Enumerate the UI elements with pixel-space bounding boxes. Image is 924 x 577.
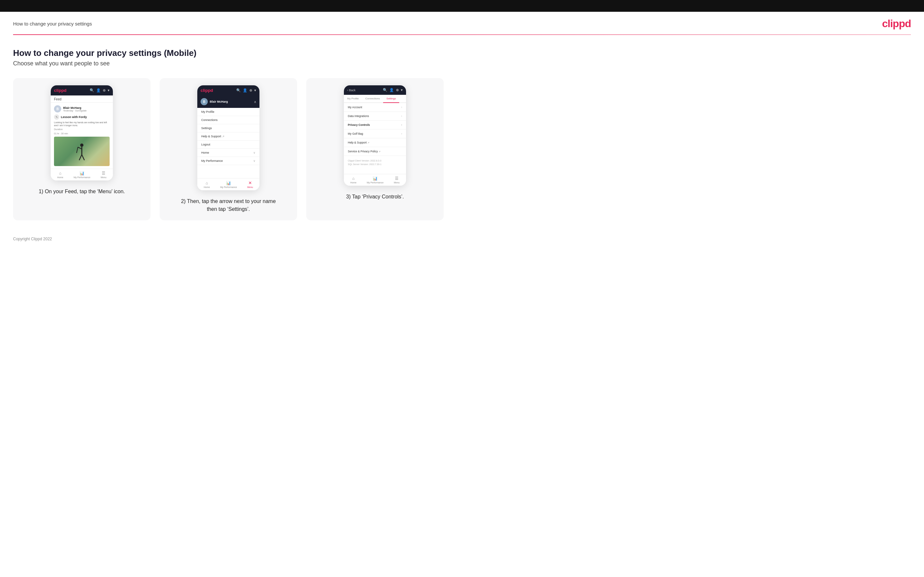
main-content: How to change your privacy settings (Mob… xyxy=(0,35,924,230)
page-subtitle: Choose what you want people to see xyxy=(13,60,911,67)
settings-item-serviceprivacy[interactable]: Service & Privacy Policy ↗ xyxy=(344,147,406,156)
phone-navbar: clippd 🔍 👤 ⊕ ▾ xyxy=(51,85,113,95)
page-title: How to change your privacy settings (Mob… xyxy=(13,48,911,58)
bottom-home-2: ⌂ Home xyxy=(204,181,210,188)
lesson-icon: ✎ xyxy=(54,114,59,120)
svg-line-3 xyxy=(77,147,78,153)
performance-label-3: My Performance xyxy=(367,181,383,184)
chevron-icon-2: ▾ xyxy=(254,88,256,92)
menu-item-myprofile: My Profile xyxy=(197,108,260,116)
step-3-phone: ‹ Back 🔍 👤 ⊕ ▾ My Profile Connections Se… xyxy=(344,85,406,186)
menu-item-settings: Settings xyxy=(197,124,260,132)
step-2-text: 2) Then, tap the arrow next to your name… xyxy=(176,197,281,213)
phone-back-bar: ‹ Back 🔍 👤 ⊕ ▾ xyxy=(344,85,406,95)
feed-username: Blair McHarg xyxy=(63,106,87,110)
version-info: Clippd Client Version: 2022.8.3-3 SQL Se… xyxy=(344,156,406,168)
svg-line-5 xyxy=(82,155,84,160)
page-breadcrumb: How to change your privacy settings xyxy=(13,21,92,26)
phone-nav-icons-2: 🔍 👤 ⊕ ▾ xyxy=(236,88,256,92)
feed-avatar: B xyxy=(54,105,61,113)
settings-item-dataintegrations[interactable]: Data Integrations › xyxy=(344,112,406,121)
step-3-text: 3) Tap ‘Privacy Controls’. xyxy=(346,193,404,201)
bottom-performance-3: 📊 My Performance xyxy=(367,176,383,184)
chevron-dataintegrations: › xyxy=(401,114,402,118)
chevron-myaccount: › xyxy=(401,106,402,109)
menu-item-myperformance: My Performance∨ xyxy=(197,157,260,165)
svg-line-4 xyxy=(79,155,82,160)
bottom-menu-3: ☰ Menu xyxy=(394,176,400,184)
home-icon-3: ⌂ xyxy=(352,176,354,181)
phone-bottom-bar-3: ⌂ Home 📊 My Performance ☰ Menu xyxy=(344,174,406,186)
tab-myprofile[interactable]: My Profile xyxy=(344,95,362,102)
menu-label-3: Menu xyxy=(394,181,400,184)
menu-user-row: B Blair McHarg ∧ xyxy=(197,95,260,108)
svg-point-0 xyxy=(80,143,84,147)
cards-row: clippd 🔍 👤 ⊕ ▾ Feed B Blair McHarg xyxy=(13,78,911,220)
chevron-icon: ▾ xyxy=(108,88,110,92)
phone-navbar-2: clippd 🔍 👤 ⊕ ▾ xyxy=(197,85,260,95)
menu-chevron: ∧ xyxy=(254,100,256,104)
site-logo: clippd xyxy=(882,18,911,30)
chevron-icon-3: ▾ xyxy=(401,88,403,92)
bottom-performance-2: 📊 My Performance xyxy=(220,181,237,188)
menu-item-logout: Logout xyxy=(197,140,260,149)
step-2-phone: clippd 🔍 👤 ⊕ ▾ B Blair McHarg ∧ xyxy=(197,85,260,190)
search-icon-3: 🔍 xyxy=(383,88,388,92)
step-1-phone: clippd 🔍 👤 ⊕ ▾ Feed B Blair McHarg xyxy=(51,85,113,181)
back-button[interactable]: ‹ Back xyxy=(347,89,355,92)
performance-label-2: My Performance xyxy=(220,186,237,188)
step-3-card: ‹ Back 🔍 👤 ⊕ ▾ My Profile Connections Se… xyxy=(306,78,444,220)
bottom-performance: 📊 My Performance xyxy=(74,171,90,179)
settings-icon-3: ⊕ xyxy=(396,88,399,92)
settings-item-helpsupport[interactable]: Help & Support ↗ xyxy=(344,138,406,147)
menu-icon: ☰ xyxy=(102,171,105,176)
tab-settings[interactable]: Settings xyxy=(383,95,399,103)
user-icon-2: 👤 xyxy=(243,88,247,92)
settings-item-privacycontrols[interactable]: Privacy Controls › xyxy=(344,121,406,129)
home-label-2: Home xyxy=(204,186,210,188)
golfer-silhouette xyxy=(75,143,88,163)
settings-item-mygolfbag[interactable]: My Golf Bag › xyxy=(344,129,406,138)
chevron-mygolfbag: › xyxy=(401,132,402,135)
bottom-close: ✕ Menu xyxy=(247,181,253,188)
search-icon: 🔍 xyxy=(90,88,94,92)
menu-label-2: Menu xyxy=(247,186,253,188)
performance-icon-2: 📊 xyxy=(226,181,231,185)
performance-label: My Performance xyxy=(74,176,90,179)
phone-bottom-bar: ⌂ Home 📊 My Performance ☰ Menu xyxy=(51,169,113,181)
phone-nav-icons-3: 🔍 👤 ⊕ ▾ xyxy=(383,88,403,92)
settings-tabs: My Profile Connections Settings xyxy=(344,95,406,103)
menu-avatar: B xyxy=(200,98,208,105)
tab-connections[interactable]: Connections xyxy=(362,95,383,102)
step-2-card: clippd 🔍 👤 ⊕ ▾ B Blair McHarg ∧ xyxy=(160,78,297,220)
top-bar xyxy=(0,0,924,12)
performance-icon-3: 📊 xyxy=(373,176,378,181)
home-icon: ⌂ xyxy=(59,171,61,176)
bottom-menu: ☰ Menu xyxy=(101,171,107,179)
lesson-title: Lesson with Fordy xyxy=(61,115,87,119)
header: How to change your privacy settings clip… xyxy=(0,12,924,34)
home-label: Home xyxy=(57,176,63,179)
menu-item-helpsupport: Help & Support ↗ xyxy=(197,132,260,140)
settings-icon-2: ⊕ xyxy=(249,88,252,92)
menu-label: Menu xyxy=(101,176,107,179)
phone-bottom-bar-2: ⌂ Home 📊 My Performance ✕ Menu xyxy=(197,178,260,190)
bottom-home: ⌂ Home xyxy=(57,171,63,179)
settings-item-myaccount[interactable]: My Account › xyxy=(344,103,406,112)
close-icon: ✕ xyxy=(248,181,252,185)
home-icon-2: ⌂ xyxy=(205,181,208,185)
menu-username: Blair McHarg xyxy=(210,100,228,103)
phone-logo: clippd xyxy=(54,88,66,93)
feed-meta: Yesterday · Sunnigdale xyxy=(63,110,87,112)
user-icon: 👤 xyxy=(96,88,101,92)
feed-item: B Blair McHarg Yesterday · Sunnigdale ✎ … xyxy=(51,103,113,169)
settings-icon: ⊕ xyxy=(103,88,106,92)
golf-image xyxy=(54,137,110,166)
chevron-privacycontrols: › xyxy=(401,123,402,127)
home-label-3: Home xyxy=(351,181,357,184)
bottom-home-3: ⌂ Home xyxy=(351,176,357,184)
feed-tab: Feed xyxy=(51,95,113,103)
menu-icon-3: ☰ xyxy=(395,176,399,181)
footer: Copyright Clippd 2022 xyxy=(0,230,924,251)
step-1-card: clippd 🔍 👤 ⊕ ▾ Feed B Blair McHarg xyxy=(13,78,150,220)
